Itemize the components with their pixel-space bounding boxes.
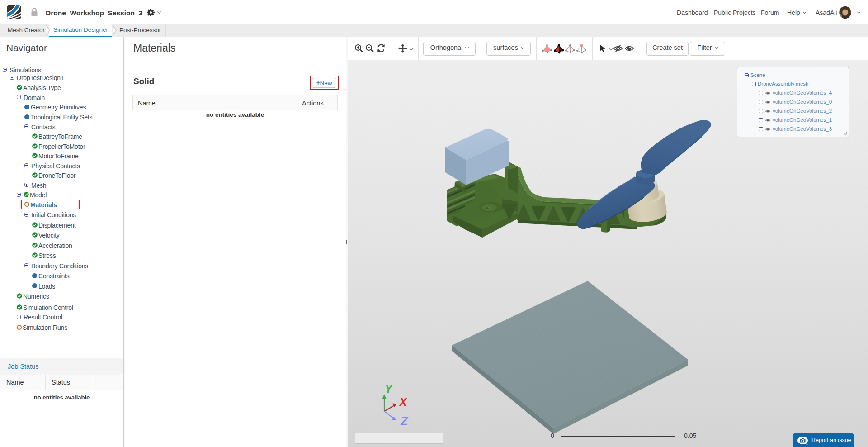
svg-text:Y: Y (385, 382, 393, 395)
svg-text:X: X (399, 396, 407, 408)
svg-text:Z: Z (400, 414, 409, 428)
